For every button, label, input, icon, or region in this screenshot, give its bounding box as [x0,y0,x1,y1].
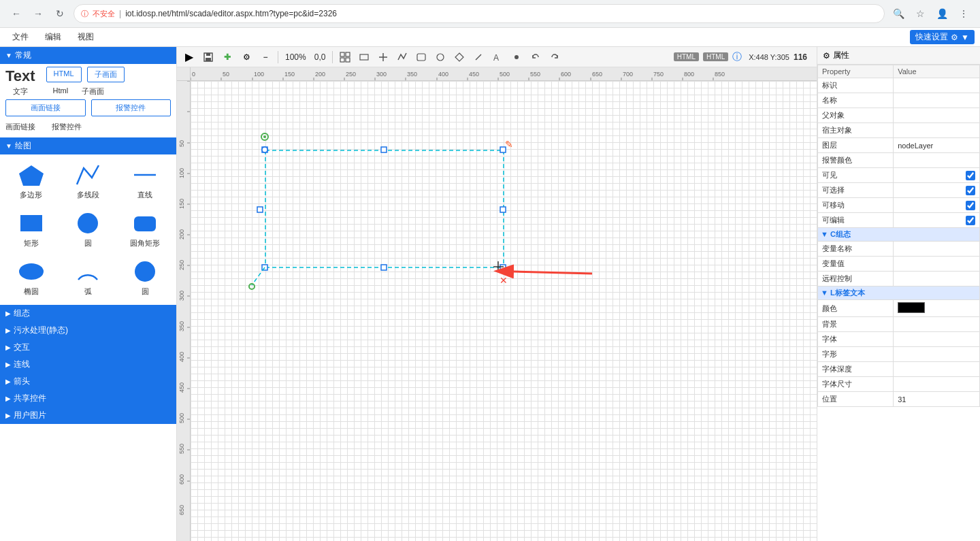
sidebar-section-group[interactable]: ▶ 组态 [0,305,176,322]
sidebar-section-drawing[interactable]: ▼ 绘图 [0,137,176,154]
arrow-right-icon-interaction: ▶ [5,344,11,351]
prop-value[interactable] [894,198,980,213]
sidebar-section-shared[interactable]: ▶ 共享控件 [0,390,176,407]
prop-key: 图层 [818,138,894,153]
prop-value[interactable] [894,168,980,183]
sidebar-item-polyline[interactable]: 多线段 [63,160,114,203]
save-btn[interactable] [200,49,216,65]
prop-value[interactable] [894,183,980,198]
bookmark-btn[interactable]: ☆ [912,5,928,22]
vertical-ruler: 50 100 150 200 250 300 350 400 4 [177,81,191,541]
svg-text:350: 350 [407,71,417,78]
sidebar-item-line[interactable]: 直线 [119,160,171,203]
prop-checkbox[interactable] [966,171,975,180]
redo-btn[interactable] [546,49,563,65]
tool-8-btn[interactable]: A [489,49,506,65]
tool-7-btn[interactable] [470,49,487,65]
menu-edit[interactable]: 编辑 [38,30,68,44]
minus-btn[interactable]: − [257,49,274,65]
horizontal-ruler: 0 50 100 150 200 250 300 350 400 [191,67,817,81]
screen-link-btn[interactable]: 画面链接 [5,99,86,116]
sidebar-item-dot[interactable]: 圆 [119,257,171,299]
prop-value[interactable] [894,213,980,228]
sidebar-item-polygon[interactable]: 多边形 [5,160,57,203]
prop-value [894,332,980,347]
svg-rect-17 [417,54,425,61]
text-item[interactable]: Text 文字 [5,67,35,97]
drawing-section-label: 绘图 [15,140,31,152]
tool-2-btn[interactable] [375,49,391,65]
menu-view[interactable]: 视图 [71,30,101,44]
panel-icon: ⚙ [823,51,830,61]
profile-btn[interactable]: 👤 [934,5,950,22]
prop-value [894,93,980,108]
sidebar-section-interaction[interactable]: ▶ 交互 [0,339,176,356]
forward-button[interactable]: → [30,5,46,22]
prop-key: 可见 [818,168,894,183]
common-section-label: 常规 [15,50,31,61]
toolbar-right: HTML HTML ⓘ X:448 Y:305 116 [674,51,813,63]
link-btns-row: 画面链接 报警控件 [0,99,176,122]
canvas-wrapper: 50 100 150 200 250 300 350 400 4 [177,81,817,541]
tool-5-btn[interactable] [432,49,448,65]
svg-rect-60 [177,81,191,541]
more-btn[interactable]: ⋮ [956,5,972,22]
sidebar-item-ellipse[interactable]: 椭圆 [5,257,57,299]
svg-rect-14 [360,54,368,60]
toolbar-sep-1 [278,51,278,63]
select-tool-btn[interactable]: ▶ [181,49,197,65]
menu-file[interactable]: 文件 [5,30,35,44]
sidebar-item-rounded-rect[interactable]: 圆角矩形 [119,208,171,251]
arc-label: 弧 [84,286,92,297]
back-button[interactable]: ← [8,5,24,22]
svg-text:250: 250 [346,71,356,78]
prop-row: 图层 nodeLayer [818,138,980,153]
prop-row: 变量值 [818,257,980,272]
sidebar-section-arrow[interactable]: ▶ 箭头 [0,373,176,390]
sidebar-section-sewage[interactable]: ▶ 污水处理(静态) [0,322,176,339]
svg-rect-99 [500,265,506,270]
polyline-label: 多线段 [77,190,99,200]
add-btn[interactable]: ✚ [219,49,235,65]
sidebar-item-circle[interactable]: 圆 [63,208,114,251]
address-bar[interactable]: ⓘ 不安全 | iot.idosp.net/html/scada/editor.… [74,4,885,23]
refresh-button[interactable]: ↻ [52,5,68,22]
search-icon-btn[interactable]: 🔍 [890,5,906,22]
html-btn[interactable]: HTML [46,67,82,82]
tool-1-btn[interactable] [356,49,372,65]
svg-text:750: 750 [653,71,664,78]
prop-key: 标识 [818,78,894,93]
svg-rect-93 [381,147,387,152]
grid-btn[interactable] [337,49,353,65]
sidebar-section-wiring[interactable]: ▶ 连线 [0,356,176,373]
prop-row: 字形 [818,347,980,362]
main-canvas[interactable]: ✎ ✕ [191,81,817,541]
tool-4-btn[interactable] [413,49,429,65]
tool-6-btn[interactable] [451,49,468,65]
color-swatch[interactable] [898,302,925,313]
alarm-control-btn[interactable]: 报警控件 [91,99,172,116]
svg-text:650: 650 [592,71,602,78]
child-screen-btn[interactable]: 子画面 [87,67,125,82]
sidebar-section-userimage[interactable]: ▶ 用户图片 [0,407,176,424]
prop-checkbox[interactable] [966,186,975,195]
prop-section-header: ▼ L标签文本 [818,286,980,300]
sidebar-section-common[interactable]: ▼ 常规 [0,47,176,64]
sidebar-item-arc[interactable]: 弧 [63,257,114,299]
prop-row: 可移动 [818,198,980,213]
prop-row: 可见 [818,168,980,183]
prop-key: 宿主对象 [818,123,894,138]
prop-checkbox[interactable] [966,216,975,225]
undo-btn[interactable] [527,49,544,65]
tool-9-btn[interactable] [508,49,525,65]
prop-value[interactable] [894,300,980,317]
prop-checkbox[interactable] [966,201,975,210]
line-icon [131,163,159,187]
tool-3-btn[interactable] [394,49,410,65]
sidebar-item-rect[interactable]: 矩形 [5,208,57,251]
quick-settings-btn[interactable]: 快速设置 ⚙ ▼ [910,30,975,44]
prop-key: 变量值 [818,257,894,272]
toolbar-sep-2 [332,51,333,63]
prop-row: 可编辑 [818,213,980,228]
settings-btn[interactable]: ⚙ [238,49,255,65]
